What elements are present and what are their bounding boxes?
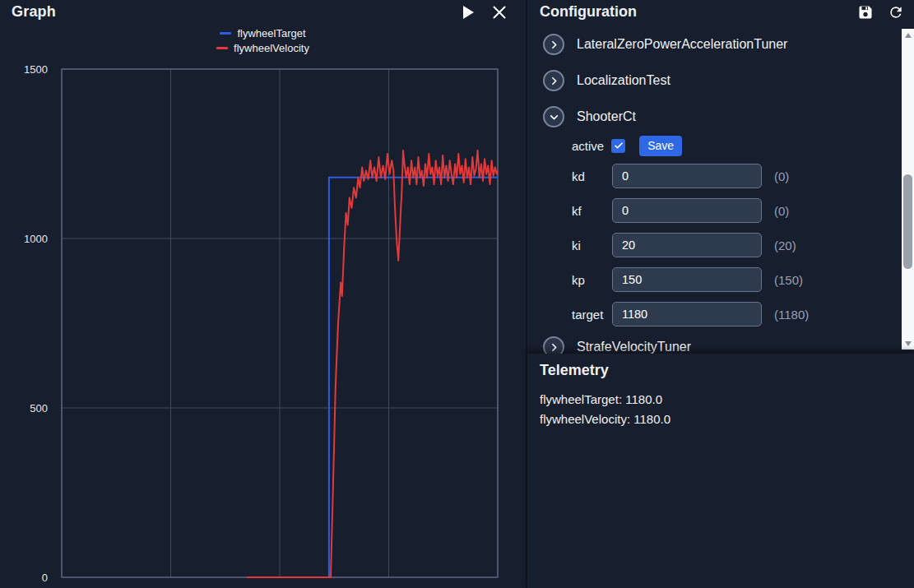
ftc-dashboard-app: 050010001500 Graph flywheelTarget flywhe…: [0, 0, 914, 588]
y-axis-tick-label: 0: [42, 572, 48, 584]
play-button[interactable]: [460, 4, 476, 21]
close-icon: [493, 6, 506, 19]
scrollbar-thumb[interactable]: [903, 174, 912, 269]
field-hint-kd: (0): [774, 169, 789, 183]
config-field-kf: kf (0): [527, 198, 914, 223]
close-button[interactable]: [491, 4, 508, 21]
y-axis-tick-label: 1000: [24, 233, 48, 245]
config-field-ki: ki (20): [527, 233, 914, 257]
field-label-kd: kd: [572, 169, 585, 183]
y-axis-tick-label: 500: [30, 402, 48, 414]
flywheel-chart: 050010001500: [0, 0, 526, 588]
right-column: Configuration: [526, 0, 914, 588]
field-input-target[interactable]: [612, 302, 762, 326]
configuration-panel: Configuration: [527, 0, 914, 354]
telemetry-panel: Telemetry flywheelTarget: 1180.0 flywhee…: [527, 354, 914, 588]
field-input-kd[interactable]: [612, 164, 762, 188]
config-group-lateral-zero-power-acceleration-tuner[interactable]: LateralZeroPowerAccelerationTuner: [543, 34, 787, 55]
chevron-down-icon: [549, 112, 559, 123]
collapse-button[interactable]: [543, 106, 564, 127]
config-group-label: StrafeVelocityTuner: [577, 340, 691, 354]
graph-panel: 050010001500 Graph flywheelTarget flywhe…: [0, 0, 526, 588]
config-group-label: LocalizationTest: [577, 73, 670, 88]
field-hint-kf: (0): [774, 204, 789, 218]
series-flywheelVelocity: [247, 150, 498, 577]
config-group-shooterct[interactable]: ShooterCt: [543, 106, 636, 127]
telemetry-line-flywheel-velocity: flywheelVelocity: 1180.0: [540, 412, 670, 426]
field-label-kp: kp: [572, 273, 585, 287]
graph-panel-header: Graph: [0, 0, 526, 26]
graph-legend: flywheelTarget flywheelVelocity: [0, 27, 526, 54]
legend-item-flywheel-target: flywheelTarget: [220, 27, 305, 39]
triangle-down-icon: [905, 341, 912, 346]
field-label-kf: kf: [572, 204, 582, 218]
expand-button[interactable]: [543, 70, 564, 91]
chevron-right-icon: [549, 342, 559, 353]
telemetry-title: Telemetry: [540, 362, 609, 379]
active-label: active: [572, 139, 604, 153]
config-field-kp: kp (150): [527, 267, 914, 292]
legend-swatch-red: [216, 47, 228, 49]
series-flywheelTarget: [247, 178, 498, 577]
field-input-kp[interactable]: [612, 267, 762, 292]
legend-swatch-blue: [220, 32, 231, 35]
refresh-config-button[interactable]: [888, 4, 904, 21]
config-group-strafe-velocity-tuner[interactable]: StrafeVelocityTuner: [543, 336, 691, 354]
play-icon: [462, 6, 475, 19]
field-input-kf[interactable]: [612, 198, 762, 223]
field-input-ki[interactable]: [612, 233, 762, 257]
chevron-right-icon: [549, 39, 559, 50]
active-checkbox[interactable]: [611, 139, 625, 153]
save-icon: [857, 4, 874, 21]
expand-button[interactable]: [543, 336, 564, 354]
field-hint-ki: (20): [774, 238, 796, 252]
field-label-target: target: [572, 308, 603, 322]
checkmark-icon: [614, 141, 624, 150]
shooterct-active-row: active Save: [572, 135, 682, 156]
legend-item-flywheel-velocity: flywheelVelocity: [216, 42, 309, 54]
config-field-target: target (1180): [527, 302, 914, 326]
graph-panel-title: Graph: [12, 3, 56, 21]
field-hint-target: (1180): [774, 308, 809, 322]
legend-label-flywheel-target: flywheelTarget: [237, 27, 305, 39]
scroll-up-button[interactable]: [902, 29, 914, 41]
chevron-right-icon: [549, 76, 559, 86]
telemetry-line-flywheel-target: flywheelTarget: 1180.0: [540, 392, 662, 406]
config-group-label: ShooterCt: [577, 109, 636, 124]
scroll-down-button[interactable]: [902, 337, 914, 350]
config-field-kd: kd (0): [527, 164, 914, 188]
config-scrollbar[interactable]: [902, 29, 914, 350]
config-group-localization-test[interactable]: LocalizationTest: [543, 70, 670, 91]
field-label-ki: ki: [572, 238, 581, 252]
triangle-up-icon: [905, 33, 912, 38]
expand-button[interactable]: [543, 34, 564, 55]
legend-label-flywheel-velocity: flywheelVelocity: [234, 42, 309, 54]
field-hint-kp: (150): [774, 273, 803, 287]
y-axis-tick-label: 1500: [24, 63, 48, 76]
config-group-label: LateralZeroPowerAccelerationTuner: [577, 37, 787, 52]
shooterct-save-button[interactable]: Save: [639, 136, 682, 156]
configuration-title: Configuration: [540, 3, 637, 21]
refresh-icon: [888, 4, 904, 21]
save-config-button[interactable]: [857, 4, 874, 21]
